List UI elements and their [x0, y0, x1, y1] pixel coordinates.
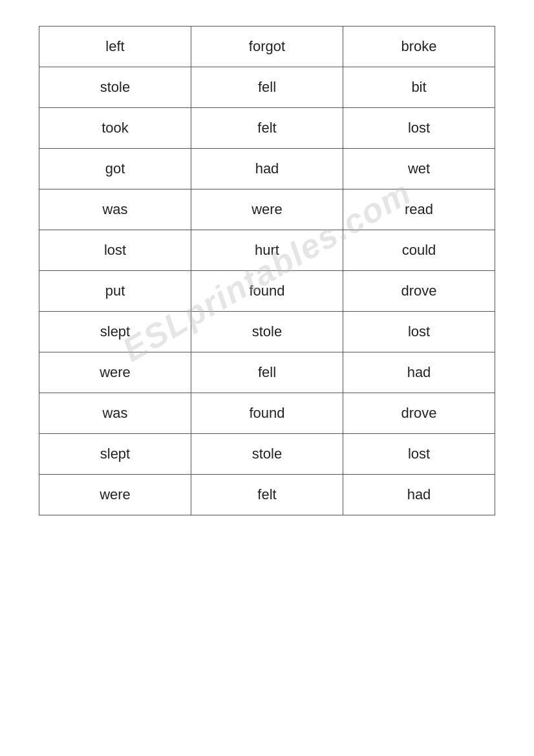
cell-8-0: were: [39, 352, 191, 393]
table-row: sleptstolelost: [39, 312, 495, 352]
cell-9-0: was: [39, 393, 191, 434]
cell-10-0: slept: [39, 434, 191, 475]
cell-9-2: drove: [343, 393, 495, 434]
table-row: putfounddrove: [39, 271, 495, 312]
cell-7-0: slept: [39, 312, 191, 352]
cell-2-2: lost: [343, 108, 495, 149]
cell-2-0: took: [39, 108, 191, 149]
cell-8-2: had: [343, 352, 495, 393]
cell-3-0: got: [39, 149, 191, 189]
cell-6-0: put: [39, 271, 191, 312]
table-row: leftforgotbroke: [39, 27, 495, 67]
cell-4-0: was: [39, 189, 191, 230]
cell-9-1: found: [191, 393, 343, 434]
cell-11-2: had: [343, 475, 495, 515]
cell-11-0: were: [39, 475, 191, 515]
table-row: waswereread: [39, 189, 495, 230]
cell-0-1: forgot: [191, 27, 343, 67]
word-table: leftforgotbrokestolefellbittookfeltlostg…: [39, 26, 495, 515]
table-row: werefelthad: [39, 475, 495, 515]
cell-2-1: felt: [191, 108, 343, 149]
cell-4-1: were: [191, 189, 343, 230]
cell-1-2: bit: [343, 67, 495, 108]
cell-5-2: could: [343, 230, 495, 271]
cell-6-1: found: [191, 271, 343, 312]
table-row: werefellhad: [39, 352, 495, 393]
cell-8-1: fell: [191, 352, 343, 393]
cell-7-1: stole: [191, 312, 343, 352]
cell-4-2: read: [343, 189, 495, 230]
table-row: tookfeltlost: [39, 108, 495, 149]
table-row: sleptstolelost: [39, 434, 495, 475]
cell-1-1: fell: [191, 67, 343, 108]
page-container: ESLprintables.com leftforgotbrokestolefe…: [39, 26, 495, 515]
cell-5-0: lost: [39, 230, 191, 271]
table-row: stolefellbit: [39, 67, 495, 108]
cell-0-2: broke: [343, 27, 495, 67]
table-row: gothadwet: [39, 149, 495, 189]
cell-0-0: left: [39, 27, 191, 67]
cell-3-1: had: [191, 149, 343, 189]
cell-5-1: hurt: [191, 230, 343, 271]
cell-10-1: stole: [191, 434, 343, 475]
cell-10-2: lost: [343, 434, 495, 475]
cell-1-0: stole: [39, 67, 191, 108]
table-row: wasfounddrove: [39, 393, 495, 434]
cell-3-2: wet: [343, 149, 495, 189]
cell-7-2: lost: [343, 312, 495, 352]
cell-11-1: felt: [191, 475, 343, 515]
cell-6-2: drove: [343, 271, 495, 312]
table-row: losthurtcould: [39, 230, 495, 271]
